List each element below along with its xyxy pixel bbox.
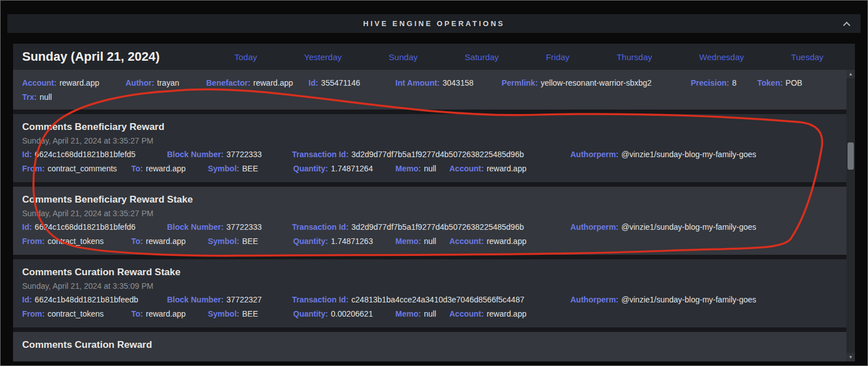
field: Permlink:yellow-resonant-warrior-sbxbg2 (502, 78, 691, 89)
field: Quantity:1.74871264 (293, 163, 395, 174)
kv-line: Id:6624c1c68dd1821b81bfefd6Block Number:… (22, 222, 846, 233)
field: Account:reward.app (449, 236, 527, 247)
entry-fields: Id:6624c1c68dd1821b81bfefd5Block Number:… (22, 149, 846, 174)
kv-line: Id:6624c1c68dd1821b81bfefd5Block Number:… (22, 149, 846, 160)
field: Id:6624c1c68dd1821b81bfefd5 (22, 149, 167, 160)
field: Memo:null (395, 309, 449, 319)
field: Authorperm:@vinzie1/sunday-blog-my-famil… (570, 295, 756, 305)
field: Authorperm:@vinzie1/sunday-blog-my-famil… (570, 222, 756, 233)
kv-line: Id:6624c1b48dd1821b81bfeedbBlock Number:… (22, 295, 846, 305)
field: From:contract_tokens (22, 236, 131, 247)
day-link-thursday[interactable]: Thursday (616, 52, 652, 62)
kv-line: Trx:null (22, 92, 846, 103)
app-window: HIVE ENGINE OPERATIONS Sunday (April 21,… (0, 0, 868, 366)
page-title: HIVE ENGINE OPERATIONS (363, 19, 504, 28)
entry-timestamp: Sunday, April 21, 2024 at 3:35:09 PM (22, 281, 846, 291)
field: Symbol:BEE (208, 163, 293, 174)
day-links-nav: Today Yesterday Sunday Saturday Friday T… (211, 52, 855, 62)
operation-entry: Comments Curation Reward Stake Sunday, A… (13, 259, 855, 327)
field: Token:POB (757, 78, 802, 89)
entry-fields: Account:reward.appAuthor:trayanBenefacto… (22, 78, 846, 103)
entry-title: Comments Curation Reward (22, 339, 846, 351)
field: Account:reward.app (22, 78, 126, 89)
entry-fields: Id:6624c1c68dd1821b81bfefd6Block Number:… (22, 222, 846, 247)
kv-line: From:contract_commentsTo:reward.appSymbo… (22, 163, 846, 174)
day-link-wednesday[interactable]: Wednesday (699, 52, 744, 62)
field: To:reward.app (131, 236, 208, 247)
field: Id:6624c1b48dd1821b81bfeedb (22, 295, 167, 305)
operation-entry: Comments Beneficiary Reward Stake Sunday… (13, 187, 855, 255)
field: Authorperm:@vinzie1/sunday-blog-my-famil… (570, 149, 756, 160)
field: Transaction Id:c24813b1ba4cce24a3410d3e7… (292, 295, 570, 305)
field: Quantity:0.00206621 (293, 309, 395, 319)
entry-timestamp: Sunday, April 21, 2024 at 3:35:27 PM (22, 208, 846, 218)
operation-entry: Comments Curation Reward (13, 332, 855, 361)
field: Memo:null (395, 163, 449, 174)
field: Int Amount:3043158 (395, 78, 502, 89)
kv-line: From:contract_tokensTo:reward.appSymbol:… (22, 236, 846, 247)
field: Transaction Id:3d2d9d77df7b5a1f9277d4b50… (292, 149, 570, 160)
entry-title: Comments Beneficiary Reward (22, 121, 846, 133)
field: Quantity:1.74871263 (293, 236, 395, 247)
field: From:contract_comments (22, 163, 131, 174)
field: Account:reward.app (449, 309, 527, 319)
field: Author:trayan (126, 78, 206, 89)
day-link-tuesday[interactable]: Tuesday (791, 52, 824, 62)
field: To:reward.app (131, 163, 208, 174)
operation-entry: Comments Beneficiary Reward Sunday, Apri… (13, 114, 855, 182)
chevron-up-icon (843, 22, 850, 29)
entry-title: Comments Curation Reward Stake (22, 266, 846, 279)
day-link-yesterday[interactable]: Yesterday (304, 52, 341, 62)
field: Block Number:37722333 (167, 222, 292, 233)
scrollbar-thumb[interactable] (848, 142, 854, 170)
date-header: Sunday (April 21, 2024) (22, 49, 160, 64)
kv-line: From:contract_tokensTo:reward.appSymbol:… (22, 309, 846, 319)
day-link-friday[interactable]: Friday (546, 52, 570, 62)
scroll-up-arrow-icon[interactable]: ▲ (846, 70, 855, 78)
field: From:contract_tokens (22, 309, 131, 319)
field: Account:reward.app (449, 163, 527, 174)
operations-header-bar: HIVE ENGINE OPERATIONS (7, 14, 861, 33)
operation-entry: Account:reward.appAuthor:trayanBenefacto… (13, 70, 855, 110)
day-link-saturday[interactable]: Saturday (465, 52, 499, 62)
field: Trx:null (22, 92, 52, 103)
entry-fields: Id:6624c1b48dd1821b81bfeedbBlock Number:… (22, 295, 846, 319)
field: Id:6624c1c68dd1821b81bfefd6 (22, 222, 167, 233)
entry-timestamp: Sunday, April 21, 2024 at 3:35:27 PM (22, 136, 846, 146)
operations-panel: Sunday (April 21, 2024) Today Yesterday … (13, 44, 855, 361)
scroll-down-arrow-icon[interactable]: ▼ (846, 353, 855, 361)
field: Transaction Id:3d2d9d77df7b5a1f9277d4b50… (292, 222, 570, 233)
collapse-button[interactable] (838, 14, 855, 33)
field: Benefactor:reward.app (206, 78, 308, 89)
field: Symbol:BEE (208, 236, 293, 247)
day-link-today[interactable]: Today (235, 52, 257, 62)
kv-line: Account:reward.appAuthor:trayanBenefacto… (22, 78, 846, 89)
field: Block Number:37722327 (167, 295, 292, 305)
field: Precision:8 (691, 78, 757, 89)
operations-list: Account:reward.appAuthor:trayanBenefacto… (13, 70, 855, 361)
day-link-sunday[interactable]: Sunday (389, 52, 418, 62)
field: To:reward.app (131, 309, 208, 319)
field: Symbol:BEE (208, 309, 293, 319)
field: Memo:null (395, 236, 449, 247)
date-navigation-bar: Sunday (April 21, 2024) Today Yesterday … (13, 44, 855, 70)
field: Block Number:37722333 (167, 149, 292, 160)
scrollbar[interactable]: ▲ ▼ (846, 70, 855, 361)
entry-title: Comments Beneficiary Reward Stake (22, 193, 846, 206)
field: Id:355471146 (308, 78, 395, 89)
